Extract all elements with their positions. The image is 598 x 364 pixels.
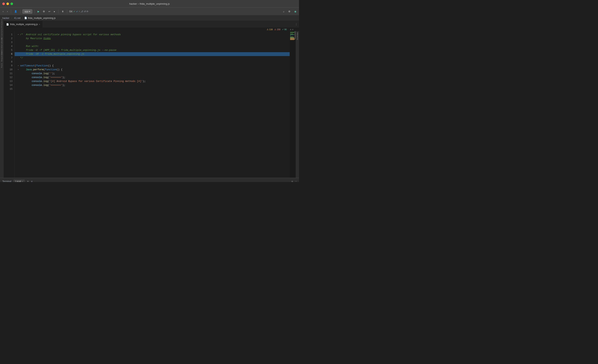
line-num-2: 2 bbox=[4, 37, 12, 41]
code-line-9: ▾ setTimeout(function() { bbox=[15, 64, 290, 68]
tab-overflow-menu[interactable]: ⋮ bbox=[294, 21, 299, 28]
minimap bbox=[290, 31, 296, 178]
scmview-label[interactable]: SCMView bbox=[296, 31, 299, 41]
database-icon[interactable]: Database bbox=[0, 41, 3, 44]
separator bbox=[34, 9, 34, 13]
app-selector[interactable]: app ▾ bbox=[22, 9, 32, 14]
line-num-7: 7 bbox=[4, 56, 12, 60]
left-sidebar: Project Structure Database Commit Pull R… bbox=[0, 21, 4, 178]
code-line-5-text: frida -U -f [APP_ID] -l frida_multiple_u… bbox=[20, 48, 116, 52]
code-line-7: */ bbox=[15, 56, 290, 60]
structure-icon[interactable]: Structure bbox=[0, 32, 3, 35]
code-line-14: console.log('======='); bbox=[15, 83, 290, 87]
toolbar-right: ⌕ ⚙ ◉ bbox=[282, 9, 298, 13]
tab-bar: 📄 frida_multiple_unpinning.js × ⋮ bbox=[4, 21, 299, 28]
nav-sep: › bbox=[11, 17, 12, 19]
line-num-10: 10 bbox=[4, 68, 12, 72]
code-line-6: frida -UF -l frida_multiple_unpinning.js bbox=[15, 52, 290, 56]
terminal-close-button[interactable]: − bbox=[295, 180, 297, 182]
separator bbox=[20, 9, 20, 13]
terminal-tab-label: Local bbox=[15, 180, 21, 182]
pull-requests-icon[interactable]: Pull Requests bbox=[0, 58, 3, 61]
terminal-label: Terminal: bbox=[2, 180, 12, 182]
line-num-13: 13 bbox=[4, 79, 12, 83]
separator bbox=[67, 9, 67, 13]
build-button[interactable]: ⚙ bbox=[42, 9, 46, 13]
error-count: ⚠ 150 bbox=[274, 28, 280, 31]
nav-41net[interactable]: 41.net bbox=[13, 16, 21, 20]
rerun-button[interactable]: ↩ bbox=[47, 9, 52, 13]
fold-9[interactable]: ▾ bbox=[18, 64, 20, 68]
run-button[interactable]: ▶ bbox=[36, 9, 41, 13]
code-line-8 bbox=[15, 60, 290, 64]
code-line-1-text: /* Android ssl certificate pinning bypas… bbox=[20, 33, 121, 37]
line-num-6: 6 bbox=[4, 52, 12, 56]
close-button[interactable] bbox=[2, 2, 5, 5]
terminal-tab-bar: Terminal: Local × + ∨ ⚙ − bbox=[0, 178, 299, 182]
nav-sep2: › bbox=[22, 17, 23, 19]
line-num-4: 4 bbox=[4, 44, 12, 48]
code-line-1: ▾ /* Android ssl certificate pinning byp… bbox=[15, 33, 290, 37]
app-label: app bbox=[25, 10, 28, 13]
line-num-12: 12 bbox=[4, 75, 12, 79]
code-line-11: console.log(''); bbox=[15, 72, 290, 75]
fold-1[interactable]: ▾ bbox=[18, 33, 20, 37]
file-icon: 📄 bbox=[24, 17, 27, 19]
tab-close-button[interactable]: × bbox=[39, 23, 40, 25]
terminal-dropdown-button[interactable]: ∨ bbox=[31, 180, 33, 182]
terminal-settings-button[interactable]: ⚙ bbox=[292, 180, 293, 182]
project-icon[interactable]: Project bbox=[0, 22, 3, 25]
minimize-button[interactable] bbox=[6, 2, 9, 5]
title-bar: hacker – frida_multiple_unpinning.js bbox=[0, 0, 299, 7]
warning-bar: ⚠ 116 ⚠ 150 ✓ 90 ∧ ∨ bbox=[4, 28, 295, 31]
expand-collapse-icons[interactable]: ∧ ∨ bbox=[290, 28, 294, 31]
code-line-7-text: */ bbox=[20, 56, 23, 60]
line-num-3: 3 bbox=[4, 41, 12, 44]
nav-file: 📄 frida_multiple_unpinning.js bbox=[24, 17, 56, 19]
traffic-lights bbox=[2, 2, 13, 5]
separator bbox=[58, 9, 58, 13]
pause-button[interactable]: ⏸ bbox=[60, 9, 65, 13]
maximize-button[interactable] bbox=[10, 2, 13, 5]
code-line-4: Run with: bbox=[15, 44, 290, 48]
code-line-3 bbox=[15, 41, 290, 44]
code-line-10: ▾ Java.perform(function() { bbox=[15, 68, 290, 72]
forward-button[interactable]: › bbox=[6, 9, 9, 13]
app-icon-button[interactable]: ◉ bbox=[293, 9, 298, 13]
warning-count: ⚠ 116 bbox=[267, 28, 273, 31]
toolbar: ‹ › 👤 app ▾ ▶ ⚙ ↩ ▸ ⏸ Git: ✓ ✓ ↑ ⎇ ↺ ⟳ ⌕… bbox=[0, 7, 299, 15]
main-layout: Project Structure Database Commit Pull R… bbox=[0, 21, 299, 178]
bottom-section: Terminal: Local × + ∨ ⚙ − [-] Squareup C… bbox=[0, 178, 299, 182]
code-line-6-text: frida -UF -l frida_multiple_unpinning.js bbox=[20, 52, 84, 56]
terminal-local-tab[interactable]: Local × bbox=[13, 180, 25, 182]
code-content[interactable]: ▾ /* Android ssl certificate pinning byp… bbox=[15, 31, 290, 178]
editor-area: 📄 frida_multiple_unpinning.js × ⋮ ⚠ 116 … bbox=[4, 21, 299, 178]
search-button[interactable]: ⌕ bbox=[282, 9, 286, 13]
terminal-tab-close[interactable]: × bbox=[22, 181, 23, 182]
separator bbox=[11, 9, 11, 13]
debug-button[interactable]: ▸ bbox=[53, 9, 56, 13]
line-num-14: 14 bbox=[4, 83, 12, 87]
fold-2 bbox=[18, 37, 20, 41]
ok-count: ✓ 90 bbox=[282, 28, 287, 31]
terminal-tab-right: ⚙ − bbox=[292, 180, 297, 182]
terminal-add-button[interactable]: + bbox=[26, 180, 29, 182]
settings-button[interactable]: ⚙ bbox=[287, 9, 292, 13]
back-button[interactable]: ‹ bbox=[1, 9, 5, 13]
editor-tab[interactable]: 📄 frida_multiple_unpinning.js × bbox=[4, 21, 43, 28]
tab-label: frida_multiple_unpinning.js bbox=[10, 23, 38, 26]
fold-10[interactable]: ▾ bbox=[18, 68, 20, 72]
code-line-4-text: Run with: bbox=[20, 44, 39, 48]
code-line-5: frida -U -f [APP_ID] -l frida_multiple_u… bbox=[15, 48, 290, 52]
git-status-label: Git: ✓ ✓ ↑ ⎇ ↺ ⟳ bbox=[69, 10, 88, 13]
code-line-12: console.log('======='); bbox=[15, 75, 290, 79]
code-line-13: console.log('[#] Android Bypass for vari… bbox=[15, 79, 290, 83]
user-button[interactable]: 👤 bbox=[13, 9, 18, 13]
line-num-5: 5 bbox=[4, 48, 12, 52]
line-num-8: 8 bbox=[4, 60, 12, 64]
right-panel-labels: SCMView bbox=[296, 31, 299, 178]
line-num-9: 9 bbox=[4, 64, 12, 68]
code-line-2: by Maurizio Siddu bbox=[15, 37, 290, 41]
code-editor[interactable]: 1 2 3 4 5 6 7 8 9 10 11 12 13 14 15 ▾ bbox=[4, 31, 299, 178]
code-line-15 bbox=[15, 87, 290, 91]
